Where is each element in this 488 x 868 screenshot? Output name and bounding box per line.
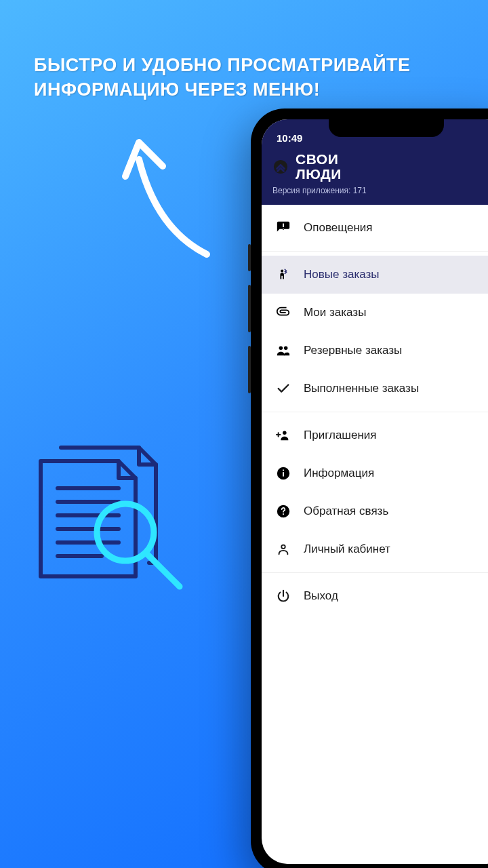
power-icon	[275, 588, 291, 604]
menu-item[interactable]: Оповещения	[262, 209, 488, 247]
menu-item-label: Выполненные заказы	[304, 382, 419, 395]
menu-item-label: Обратная связь	[304, 505, 388, 518]
promo-headline: БЫСТРО И УДОБНО ПРОСМАТРИВАЙТЕ ИНФОРМАЦИ…	[34, 53, 454, 102]
svg-point-6	[97, 504, 154, 561]
menu-item[interactable]: Выполненные заказы	[262, 370, 488, 408]
phone-frame: 10:49 СВОИ ЛЮДИ	[251, 108, 488, 868]
menu-item-label: Резервные заказы	[304, 344, 402, 357]
brand-line-1: СВОИ	[296, 152, 342, 167]
attachment-icon	[275, 304, 291, 321]
svg-line-7	[148, 555, 180, 587]
status-time: 10:49	[277, 132, 302, 144]
documents-search-illustration	[20, 434, 210, 624]
app-logo-icon	[272, 159, 289, 175]
account-icon	[275, 541, 291, 557]
people-icon	[275, 342, 291, 359]
phone-notch	[329, 117, 444, 137]
menu-item-label: Мои заказы	[304, 306, 366, 319]
menu-item[interactable]: Резервные заказы	[262, 332, 488, 370]
menu-item-label: Выход	[304, 589, 338, 603]
menu-item[interactable]: Новые заказы	[262, 256, 488, 294]
person-wave-icon	[275, 267, 291, 283]
menu-item[interactable]: Мои заказы	[262, 294, 488, 332]
person-add-icon	[275, 427, 291, 443]
arrow-illustration	[112, 119, 234, 268]
help-icon	[275, 503, 291, 519]
brand-line-2: ЛЮДИ	[296, 167, 342, 182]
menu-item[interactable]: Выход	[262, 577, 488, 615]
menu-item[interactable]: Обратная связь	[262, 492, 488, 530]
menu-item-label: Приглашения	[304, 429, 377, 442]
app-version: Версия приложения: 171	[272, 186, 488, 195]
menu-item-label: Оповещения	[304, 221, 373, 235]
announcement-icon	[275, 220, 291, 236]
check-icon	[275, 380, 291, 397]
menu-item-label: Новые заказы	[304, 268, 380, 281]
menu-item[interactable]: Информация	[262, 454, 488, 492]
info-icon	[275, 465, 291, 481]
menu-item-label: Информация	[304, 467, 374, 480]
menu-item-label: Личный кабинет	[304, 542, 390, 556]
menu-item[interactable]: Личный кабинет	[262, 530, 488, 568]
menu-item[interactable]: Приглашения	[262, 416, 488, 454]
app-header: СВОИ ЛЮДИ Версия приложения: 171	[262, 146, 488, 205]
side-menu: ОповещенияНовые заказыМои заказыРезервны…	[262, 205, 488, 619]
